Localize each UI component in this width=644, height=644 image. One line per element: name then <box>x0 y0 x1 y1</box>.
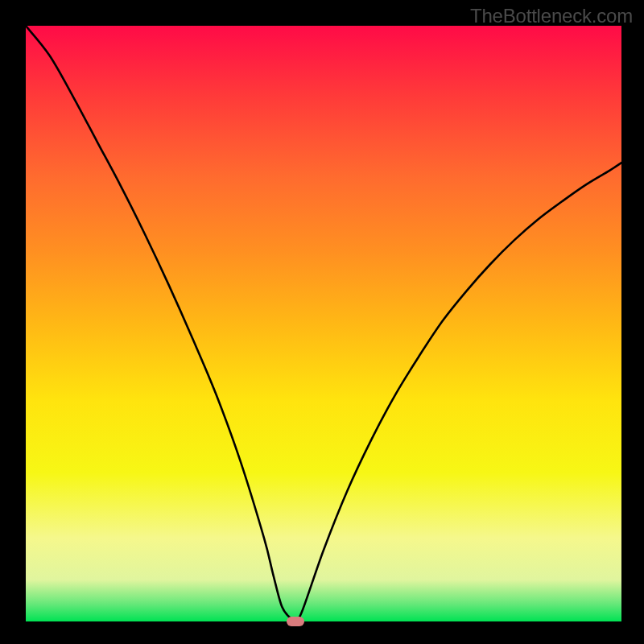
plot-area <box>26 26 621 621</box>
bottleneck-curve <box>26 26 621 621</box>
watermark-text: TheBottleneck.com <box>470 5 633 27</box>
curve-svg <box>26 26 621 621</box>
optimal-marker <box>287 617 304 626</box>
